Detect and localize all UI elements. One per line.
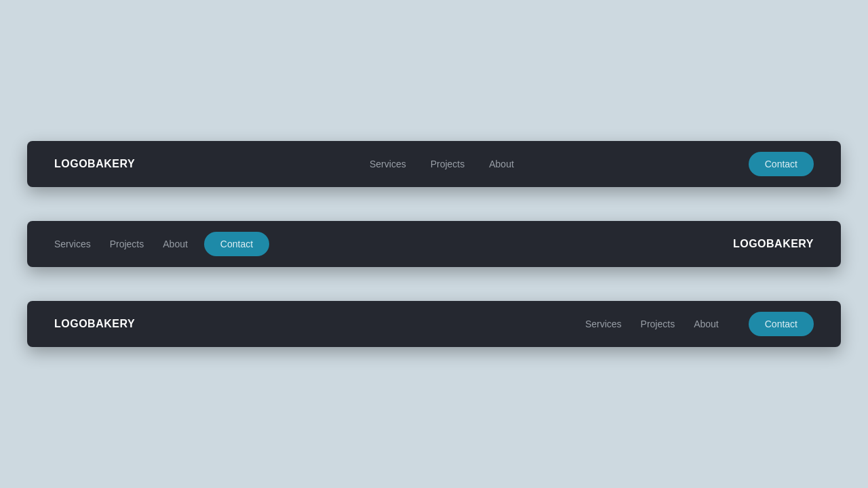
nav-link-about-3[interactable]: About: [694, 319, 719, 329]
logo-3: LOGOBAKERY: [54, 318, 135, 330]
center-nav-1: Services Projects About: [370, 159, 514, 169]
contact-button-2[interactable]: Contact: [204, 232, 269, 256]
nav-link-projects-1[interactable]: Projects: [431, 159, 465, 169]
logo-1: LOGOBAKERY: [54, 158, 135, 170]
right-group-3: Services Projects About Contact: [585, 312, 814, 336]
navbar-2: Services Projects About Contact LOGOBAKE…: [27, 221, 841, 267]
nav-links-3: Services Projects About: [585, 318, 719, 330]
nav-link-services-3[interactable]: Services: [585, 319, 622, 329]
contact-button-1[interactable]: Contact: [749, 152, 814, 176]
navbar-1: LOGOBAKERY Services Projects About Conta…: [27, 141, 841, 187]
nav-link-services-2[interactable]: Services: [54, 239, 91, 249]
nav-link-services-1[interactable]: Services: [370, 159, 406, 169]
contact-button-3[interactable]: Contact: [749, 312, 814, 336]
nav-link-about-2[interactable]: About: [163, 239, 188, 249]
nav-link-about-1[interactable]: About: [489, 159, 514, 169]
nav-link-projects-2[interactable]: Projects: [110, 239, 144, 249]
nav-link-projects-3[interactable]: Projects: [641, 319, 675, 329]
logo-2: LOGOBAKERY: [733, 238, 814, 250]
left-group-2: Services Projects About Contact: [54, 232, 269, 256]
nav-links-2: Services Projects About: [54, 238, 188, 250]
navbar-3: LOGOBAKERY Services Projects About Conta…: [27, 301, 841, 347]
